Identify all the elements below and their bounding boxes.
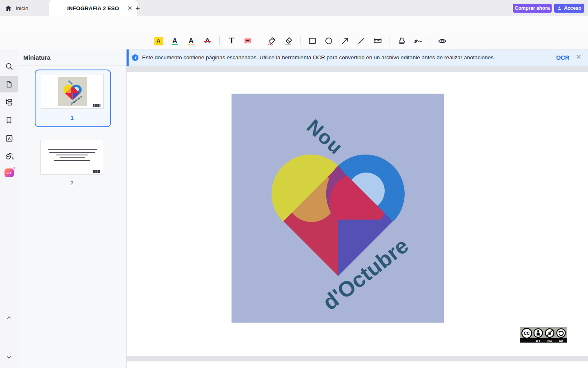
ai-chip-label: AI: [7, 171, 11, 175]
login-label: Acceso: [564, 5, 581, 11]
stamp-icon: [399, 38, 405, 44]
pdf-page-1: Nou d'Octubre CC $ BY: [127, 72, 588, 356]
svg-text:N: N: [12, 157, 13, 160]
eraser-icon: [284, 36, 293, 45]
highlight-glyph: A: [157, 38, 160, 43]
panel-title: Miniatura: [23, 49, 51, 65]
thumbnail-page-1-preview: Nou d'Octubre: [41, 74, 104, 109]
left-icon-rail: A N AI ✦ 1 2: [0, 49, 18, 368]
sparkle-icon: ✦: [13, 166, 16, 170]
circle-tool[interactable]: [324, 36, 333, 45]
preview-annotations-tool[interactable]: [438, 36, 447, 45]
thumbnail-logo-image: Nou d'Octubre: [58, 77, 87, 106]
tools-divider: [260, 36, 260, 45]
previous-page-button[interactable]: [0, 312, 18, 323]
squiggly-underline-tool[interactable]: A: [187, 36, 196, 45]
document-tab[interactable]: INFOGRAFIA 2 ESO ✕: [49, 0, 137, 16]
ocr-action-link[interactable]: OCR: [556, 49, 569, 66]
tools-divider: [219, 36, 220, 45]
highlight-tool[interactable]: A: [154, 36, 163, 45]
banner-accent-bar: [127, 49, 129, 66]
main-toolbar: 130% Anotar Editar Página Formularios Ll…: [0, 16, 588, 33]
thumbnail-publisher-mark: [93, 170, 100, 173]
rectangle-tool[interactable]: [308, 36, 317, 45]
thumbnail-2-page-number[interactable]: 2: [40, 180, 103, 186]
underline-glyph: A: [172, 38, 177, 44]
eye-icon: [439, 39, 445, 43]
cc-label-nc: NC: [548, 339, 552, 343]
search-icon: [6, 63, 12, 69]
banner-message: Este documento contiene páginas escanead…: [142, 49, 495, 66]
thumbnail-1-page-number: 1: [35, 114, 109, 121]
thumbnail-page-2[interactable]: [40, 140, 103, 175]
squiggly-wave: [187, 43, 195, 45]
ai-icon: AI ✦: [4, 168, 14, 177]
buy-now-button[interactable]: Comprar ahora: [513, 4, 552, 13]
pdf-page-2-top: [127, 361, 588, 368]
annotation-tools-row: A A A A T: [0, 33, 588, 49]
search-button[interactable]: [0, 58, 18, 74]
ocr-info-banner: i Este documento contiene páginas escane…: [127, 49, 588, 66]
svg-text:A: A: [8, 136, 11, 140]
tools-divider: [390, 36, 390, 45]
thumbnail-page-2-text: [41, 149, 104, 161]
circle-icon: [326, 38, 332, 44]
underline-tool[interactable]: A: [170, 36, 179, 45]
buy-now-label: Comprar ahora: [514, 5, 550, 11]
stamp-tool[interactable]: [397, 36, 406, 45]
annotations-panel-button[interactable]: A: [0, 130, 18, 146]
ai-assistant-button[interactable]: AI ✦: [0, 164, 18, 181]
thumbnails-panel-button[interactable]: [0, 76, 18, 92]
measure-tool[interactable]: [373, 36, 382, 45]
cc-initials: CC: [524, 331, 530, 336]
home-tab-label: Inicio: [16, 5, 29, 11]
arrow-tool[interactable]: [341, 36, 350, 45]
tools-divider: [430, 36, 430, 45]
login-button[interactable]: Acceso: [554, 4, 584, 13]
annotation-list-icon: A: [5, 134, 13, 143]
cc-label-by: BY: [536, 339, 540, 343]
thumbnail-publisher-mark: [93, 104, 100, 107]
bookmark-icon: [7, 117, 11, 123]
line-tool[interactable]: [357, 36, 366, 45]
document-viewer[interactable]: Nou d'Octubre CC $ BY: [127, 66, 588, 368]
home-tab[interactable]: Inicio: [0, 0, 29, 16]
info-icon: i: [132, 54, 138, 61]
thumbnails-panel: Miniatura Nou d'Octubre 1: [18, 49, 127, 368]
app-top-bar: Inicio INFOGRAFIA 2 ESO ✕ + Comprar ahor…: [0, 0, 588, 16]
user-icon: [557, 6, 562, 11]
panel-divider: [18, 65, 126, 66]
next-page-button[interactable]: [0, 352, 18, 363]
cc-by-icon: [534, 329, 543, 337]
cc-sa-icon: [557, 329, 566, 337]
pen-icon: [267, 36, 276, 45]
text-tool-glyph: T: [229, 37, 234, 45]
comment-icon: [243, 36, 252, 45]
strikethrough-bar: [204, 41, 211, 42]
eraser-tool[interactable]: [284, 36, 293, 45]
home-icon: [4, 4, 12, 12]
tab-close-icon[interactable]: ✕: [126, 4, 134, 12]
line-icon: [359, 38, 364, 44]
document-tab-title: INFOGRAFIA 2 ESO: [67, 5, 119, 11]
text-tool[interactable]: T: [227, 36, 236, 45]
banner-close-icon[interactable]: ✕: [574, 49, 583, 66]
rectangle-icon: [310, 38, 316, 44]
signature-icon: [415, 40, 422, 43]
bookmarks-panel-button[interactable]: [0, 112, 18, 128]
tools-divider: [300, 36, 301, 45]
creative-commons-badge: CC $ BY NC SA: [520, 328, 567, 343]
cc-nc-icon: $: [546, 329, 554, 337]
new-tab-button[interactable]: +: [134, 6, 142, 14]
arrow-icon: [343, 38, 347, 43]
strikethrough-tool[interactable]: A: [203, 36, 212, 45]
comment-tool[interactable]: [243, 36, 252, 45]
outline-panel-button[interactable]: [0, 94, 18, 110]
pen-tool[interactable]: [267, 36, 276, 45]
cc-label-sa: SA: [559, 339, 564, 343]
seal-signature-panel-button[interactable]: N: [0, 148, 18, 164]
nou-doctubre-logo-image: Nou d'Octubre: [232, 94, 444, 323]
signature-tool[interactable]: [414, 36, 423, 45]
outline-tree-icon: [7, 99, 12, 105]
ruler-icon: [374, 39, 381, 43]
